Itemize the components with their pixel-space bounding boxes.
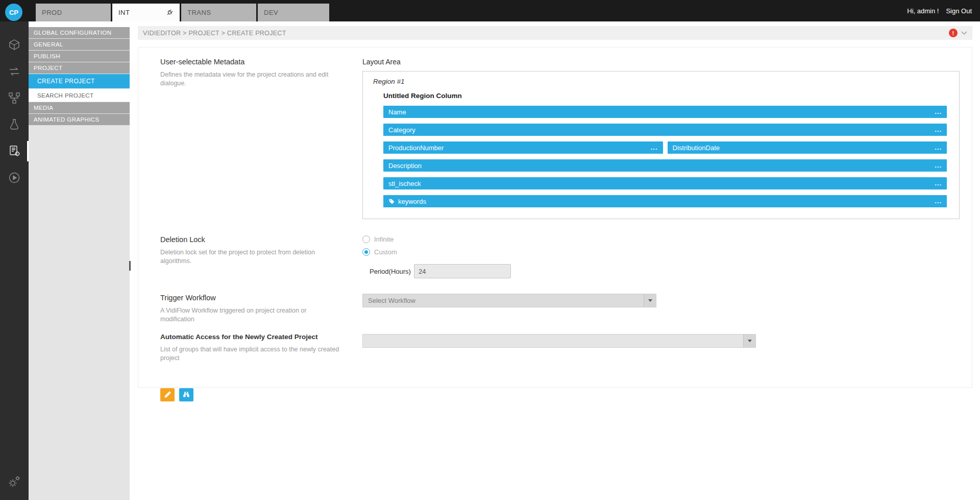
gears-icon[interactable] xyxy=(0,468,29,495)
automatic-access-title: Automatic Access for the Newly Created P… xyxy=(160,333,342,341)
pencil-icon xyxy=(164,391,172,398)
deletion-lock-title: Deletion Lock xyxy=(160,235,342,244)
layout-area-label: Layout Area xyxy=(362,58,960,66)
layout-area: Region #1 Untitled Region Column Name ..… xyxy=(362,71,960,219)
field-options-ellipsis-icon[interactable]: ... xyxy=(935,200,942,202)
trigger-workflow-title: Trigger Workflow xyxy=(160,294,342,302)
exchange-icon[interactable] xyxy=(0,58,29,85)
sidebar-item-project[interactable]: PROJECT xyxy=(29,62,130,74)
region-title: Region #1 xyxy=(373,78,947,85)
access-groups-dropdown[interactable] xyxy=(362,334,756,348)
content-panel: User-selectable Metadata Defines the met… xyxy=(138,47,972,388)
workflow-icon[interactable] xyxy=(0,85,29,111)
radio-custom[interactable]: Custom xyxy=(362,248,960,256)
sidebar-item-search-project[interactable]: SEARCH PROJECT xyxy=(29,89,130,102)
radio-custom-label: Custom xyxy=(374,248,397,256)
metadata-field-keywords[interactable]: keywords ... xyxy=(383,195,947,207)
tag-icon xyxy=(388,198,395,205)
tab-int-label: INT xyxy=(118,9,130,16)
field-label: Category xyxy=(388,126,415,134)
cube-icon[interactable] xyxy=(0,32,29,58)
sidebar-item-global-configuration[interactable]: GLOBAL CONFIGURATION xyxy=(29,27,130,38)
metadata-section-description: Defines the metadata view for the projec… xyxy=(160,70,342,88)
field-label: keywords xyxy=(398,198,426,205)
plug-icon xyxy=(165,9,174,17)
region-column-title: Untitled Region Column xyxy=(383,92,947,100)
field-options-ellipsis-icon[interactable]: ... xyxy=(935,146,942,149)
sidebar-item-publish[interactable]: PUBLISH xyxy=(29,51,130,62)
main-area: VIDIEDITOR > PROJECT > CREATE PROJECT ! … xyxy=(130,21,980,500)
automatic-access-description: List of groups that will have implicit a… xyxy=(160,345,342,363)
app-logo[interactable]: CP xyxy=(5,4,22,21)
sidebar-resize-handle[interactable] xyxy=(129,261,131,271)
tab-prod-label: PROD xyxy=(42,9,62,16)
player-icon[interactable] xyxy=(0,164,29,191)
radio-infinite[interactable]: Infinite xyxy=(362,235,960,243)
dropdown-arrow-icon[interactable] xyxy=(743,335,755,347)
period-hours-label: Period(Hours) xyxy=(370,268,411,275)
field-options-ellipsis-icon[interactable]: ... xyxy=(935,110,942,113)
app-icon-rail xyxy=(0,21,29,500)
metadata-field-productionnumber[interactable]: ProductionNumber ... xyxy=(383,141,663,154)
tab-int[interactable]: INT xyxy=(112,4,180,21)
chevron-down-icon[interactable] xyxy=(961,31,967,35)
edit-button[interactable] xyxy=(160,388,175,401)
tab-dev-label: DEV xyxy=(264,9,278,16)
action-buttons xyxy=(160,388,960,401)
deletion-lock-description: Deletion lock set for the project to pro… xyxy=(160,248,342,266)
binoculars-icon xyxy=(182,391,190,399)
preview-button[interactable] xyxy=(179,388,193,401)
metadata-section-title: User-selectable Metadata xyxy=(160,58,342,66)
field-options-ellipsis-icon[interactable]: ... xyxy=(935,182,942,184)
field-label: DistributionDate xyxy=(673,144,720,152)
trigger-workflow-section: Trigger Workflow A VidiFlow Workflow tri… xyxy=(160,294,960,324)
sign-out-link[interactable]: Sign Out xyxy=(946,7,972,15)
metadata-field-description[interactable]: Description ... xyxy=(383,159,947,172)
flask-icon[interactable] xyxy=(0,111,29,138)
radio-infinite-control[interactable] xyxy=(362,235,370,243)
environment-tabs: PROD INT TRANS DEV xyxy=(36,4,329,21)
tab-prod[interactable]: PROD xyxy=(36,4,111,21)
topbar: CP PROD INT TRANS DEV Hi, admin ! Sign O… xyxy=(0,0,980,21)
sidebar-item-create-project[interactable]: CREATE PROJECT xyxy=(29,74,130,88)
field-label: Description xyxy=(388,162,422,170)
error-icon[interactable]: ! xyxy=(949,29,958,37)
breadcrumb: VIDIEDITOR > PROJECT > CREATE PROJECT xyxy=(143,30,286,37)
breadcrumb-bar: VIDIEDITOR > PROJECT > CREATE PROJECT ! xyxy=(138,26,972,40)
radio-custom-control[interactable] xyxy=(362,248,370,256)
field-options-ellipsis-icon[interactable]: ... xyxy=(935,164,942,166)
metadata-field-category[interactable]: Category ... xyxy=(383,124,947,136)
sidebar-item-animated-graphics[interactable]: ANIMATED GRAPHICS xyxy=(29,114,130,125)
field-options-ellipsis-icon[interactable]: ... xyxy=(651,146,658,149)
field-label: stl_ischeck xyxy=(388,180,421,187)
radio-infinite-label: Infinite xyxy=(374,235,394,243)
period-hours-input[interactable] xyxy=(414,264,511,278)
editor-icon[interactable] xyxy=(0,138,29,164)
metadata-field-distributiondate[interactable]: DistributionDate ... xyxy=(668,141,947,154)
user-greeting: Hi, admin ! xyxy=(907,7,939,15)
sidebar-item-general[interactable]: GENERAL xyxy=(29,39,130,50)
automatic-access-section: Automatic Access for the Newly Created P… xyxy=(160,333,960,363)
field-label: Name xyxy=(388,108,406,116)
sidebar: GLOBAL CONFIGURATION GENERAL PUBLISH PRO… xyxy=(29,21,130,500)
deletion-lock-section: Deletion Lock Deletion lock set for the … xyxy=(160,235,960,278)
trigger-workflow-description: A VidiFlow Workflow triggered on project… xyxy=(160,306,342,324)
tab-trans[interactable]: TRANS xyxy=(181,4,256,21)
field-label: ProductionNumber xyxy=(388,144,444,152)
metadata-field-name[interactable]: Name ... xyxy=(383,106,947,118)
select-workflow-dropdown[interactable]: Select Workflow xyxy=(362,294,656,307)
tab-trans-label: TRANS xyxy=(187,9,211,16)
tab-dev[interactable]: DEV xyxy=(258,4,329,21)
select-workflow-value: Select Workflow xyxy=(363,297,644,304)
metadata-field-stl-ischeck[interactable]: stl_ischeck ... xyxy=(383,177,947,189)
sidebar-item-media[interactable]: MEDIA xyxy=(29,102,130,113)
metadata-section: User-selectable Metadata Defines the met… xyxy=(160,58,960,219)
dropdown-arrow-icon[interactable] xyxy=(644,294,656,307)
field-options-ellipsis-icon[interactable]: ... xyxy=(935,128,942,131)
